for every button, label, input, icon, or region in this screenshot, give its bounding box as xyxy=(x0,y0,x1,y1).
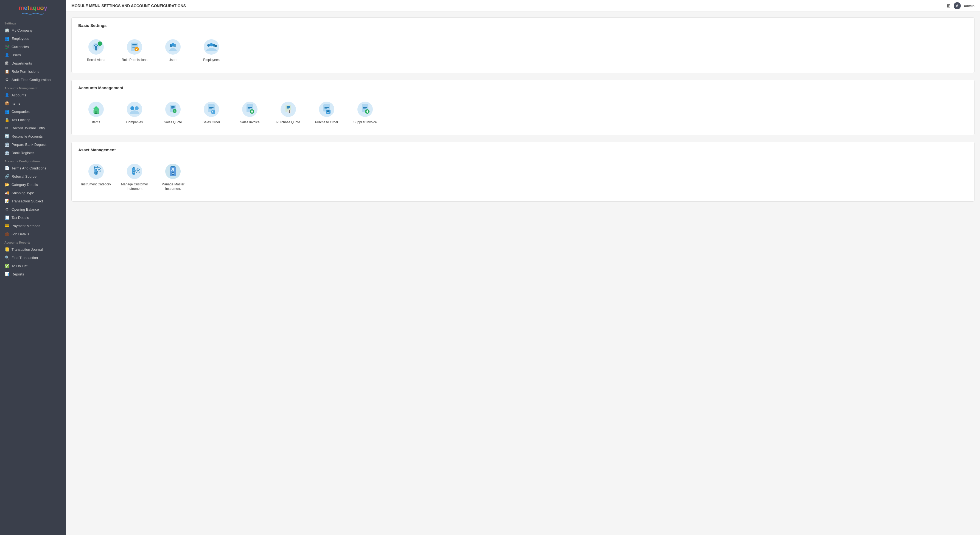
payment-methods-icon: 💳 xyxy=(5,223,10,228)
transaction-journal-icon: 📒 xyxy=(5,247,10,252)
svg-rect-86 xyxy=(171,166,175,167)
svg-point-87 xyxy=(172,172,174,175)
sidebar-item-label: My Company xyxy=(11,28,33,32)
svg-rect-64 xyxy=(363,106,367,106)
sidebar-section-accounts-management: Accounts Management xyxy=(0,84,66,91)
sidebar-item-departments[interactable]: 🏛Departments xyxy=(0,59,66,67)
icon-item-items[interactable]: Items xyxy=(78,98,114,127)
sidebar-item-transaction-subject[interactable]: 📝Transaction Subject xyxy=(0,197,66,205)
sidebar-item-employees[interactable]: 👥Employees xyxy=(0,34,66,43)
icon-item-supplier-invoice[interactable]: $ Supplier Invoice xyxy=(347,98,383,127)
sidebar-item-role-permissions[interactable]: 📋Role Permissions xyxy=(0,67,66,75)
svg-rect-50 xyxy=(286,107,290,108)
icon-item-employees[interactable]: Employees xyxy=(194,35,229,65)
sales-invoice-label: Sales Invoice xyxy=(240,120,259,125)
employees-icon: 👥 xyxy=(5,36,10,41)
section-basic-settings: Basic Settings ! Recall Alerts Role Perm… xyxy=(72,17,975,73)
sidebar-item-payment-methods[interactable]: 💳Payment Methods xyxy=(0,221,66,230)
svg-point-20 xyxy=(215,45,217,47)
svg-rect-79 xyxy=(133,167,135,168)
sidebar-item-accounts[interactable]: 👤Accounts xyxy=(0,91,66,99)
referral-source-icon: 🔗 xyxy=(5,174,10,179)
svg-rect-37 xyxy=(209,107,213,108)
sidebar-item-category-details[interactable]: 📂Category Details xyxy=(0,180,66,189)
sidebar-item-label: Currencies xyxy=(11,45,29,49)
icon-item-sales-order[interactable]: Sales Order xyxy=(194,98,229,127)
sidebar-item-label: Opening Balance xyxy=(11,207,39,212)
sidebar-item-bank-register[interactable]: 🏦Bank Register xyxy=(0,148,66,157)
svg-rect-66 xyxy=(363,108,366,109)
audit-field-config-icon: ⚙ xyxy=(5,77,10,82)
tax-details-icon: 🧾 xyxy=(5,215,10,220)
icon-item-manage-master-instrument[interactable]: Manage Master Instrument xyxy=(155,160,191,194)
sidebar-item-audit-field-config[interactable]: ⚙Audit Field Configuration xyxy=(0,75,66,84)
sidebar-item-referral-source[interactable]: 🔗Referral Source xyxy=(0,172,66,180)
companies-icon xyxy=(126,100,143,118)
sidebar-item-tax-details[interactable]: 🧾Tax Details xyxy=(0,213,66,221)
manage-master-instrument-label: Manage Master Instrument xyxy=(157,182,189,191)
sidebar-item-record-journal-entry[interactable]: ✏Record Journal Entry xyxy=(0,124,66,132)
sidebar-item-companies[interactable]: 👥Companies xyxy=(0,107,66,116)
sidebar-item-opening-balance[interactable]: ⚙Opening Balance xyxy=(0,205,66,213)
sidebar-item-label: Shipping Type xyxy=(11,191,34,195)
sales-order-icon xyxy=(203,100,220,118)
icon-item-users[interactable]: Users xyxy=(155,35,191,65)
icon-item-instrument-category[interactable]: Instrument Category xyxy=(78,160,114,194)
sidebar-item-job-details[interactable]: 💼Job Details xyxy=(0,230,66,238)
svg-point-15 xyxy=(171,43,175,46)
instrument-category-label: Instrument Category xyxy=(81,182,111,187)
sidebar-item-currencies[interactable]: 💱Currencies xyxy=(0,43,66,51)
sidebar-item-tax-locking[interactable]: 🔒Tax Locking xyxy=(0,116,66,124)
sidebar-item-reconcile-accounts[interactable]: 🔄Reconcile Accounts xyxy=(0,132,66,140)
manage-customer-instrument-icon xyxy=(126,162,143,180)
svg-text:$: $ xyxy=(174,110,175,113)
icon-item-recall-alerts[interactable]: ! Recall Alerts xyxy=(78,35,114,65)
header-right: ⊞ A admin xyxy=(947,2,975,10)
svg-text:!: ! xyxy=(99,42,100,45)
icon-item-manage-customer-instrument[interactable]: Manage Customer Instrument xyxy=(117,160,152,194)
sidebar-item-label: Employees xyxy=(11,37,29,41)
icon-item-purchase-order[interactable]: Purchase Order xyxy=(309,98,345,127)
icon-item-companies[interactable]: Companies xyxy=(117,98,152,127)
sidebar-item-reports[interactable]: 📊Reports xyxy=(0,270,66,278)
sidebar-sections: Settings🏢My Company👥Employees💱Currencies… xyxy=(0,19,66,278)
svg-point-60 xyxy=(327,112,328,113)
sidebar-item-transaction-journal[interactable]: 📒Transaction Journal xyxy=(0,245,66,253)
svg-rect-10 xyxy=(132,47,135,48)
icon-item-role-permissions[interactable]: Role Permissions xyxy=(117,35,152,65)
sidebar-item-label: Transaction Journal xyxy=(11,247,43,252)
sidebar-item-find-transaction[interactable]: 🔍Find Transaction xyxy=(0,253,66,262)
svg-rect-38 xyxy=(209,108,212,109)
sidebar-item-label: Accounts xyxy=(11,93,26,97)
section-title-basic-settings: Basic Settings xyxy=(78,23,968,30)
icon-item-purchase-quote[interactable]: $ Purchase Quote xyxy=(270,98,306,127)
svg-rect-91 xyxy=(173,170,174,171)
employees-label: Employees xyxy=(203,58,220,62)
icon-item-sales-invoice[interactable]: $ Sales Invoice xyxy=(232,98,268,127)
sidebar-item-items[interactable]: 📦Items xyxy=(0,99,66,107)
svg-rect-42 xyxy=(248,106,252,106)
svg-point-73 xyxy=(94,172,96,174)
sidebar-item-terms-and-conditions[interactable]: 📄Terms And Conditions xyxy=(0,164,66,172)
section-accounts-management: Accounts Management Items Companies $ Sa… xyxy=(72,80,975,135)
sidebar-item-shipping-type[interactable]: 🚚Shipping Type xyxy=(0,189,66,197)
svg-point-72 xyxy=(95,167,97,168)
reports-icon: 📊 xyxy=(5,272,10,277)
sidebar-item-label: Departments xyxy=(11,61,32,65)
purchase-order-label: Purchase Order xyxy=(315,120,339,125)
grid-icon[interactable]: ⊞ xyxy=(947,3,950,8)
sidebar-item-to-do-list[interactable]: ✅To Do List xyxy=(0,262,66,270)
shipping-type-icon: 🚚 xyxy=(5,190,10,195)
svg-rect-90 xyxy=(171,170,172,171)
svg-rect-2 xyxy=(95,46,97,49)
icon-item-sales-quote[interactable]: $ Sales Quote xyxy=(155,98,191,127)
svg-point-17 xyxy=(207,44,210,47)
svg-text:$: $ xyxy=(288,110,290,113)
sidebar-item-prepare-bank-deposit[interactable]: 🏦Prepare Bank Deposit xyxy=(0,140,66,148)
sidebar-item-my-company[interactable]: 🏢My Company xyxy=(0,26,66,34)
svg-rect-58 xyxy=(325,108,327,109)
sidebar-item-users[interactable]: 👤Users xyxy=(0,51,66,59)
sidebar-item-label: Job Details xyxy=(11,232,29,236)
to-do-list-icon: ✅ xyxy=(5,263,10,268)
my-company-icon: 🏢 xyxy=(5,28,10,33)
